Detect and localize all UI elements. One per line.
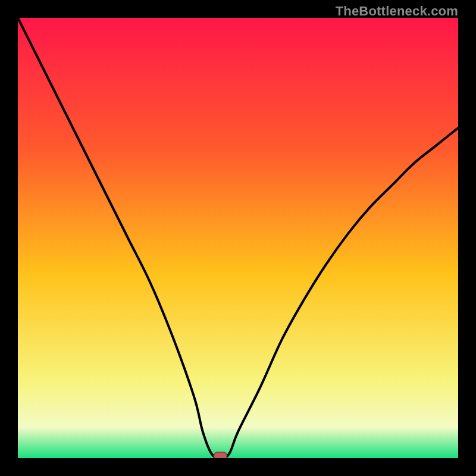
bottleneck-chart: [18, 18, 458, 458]
gradient-background: [18, 18, 458, 458]
optimal-marker: [214, 452, 227, 458]
watermark-text: TheBottleneck.com: [336, 4, 458, 19]
chart-frame: { "watermark": "TheBottleneck.com", "col…: [0, 0, 476, 476]
